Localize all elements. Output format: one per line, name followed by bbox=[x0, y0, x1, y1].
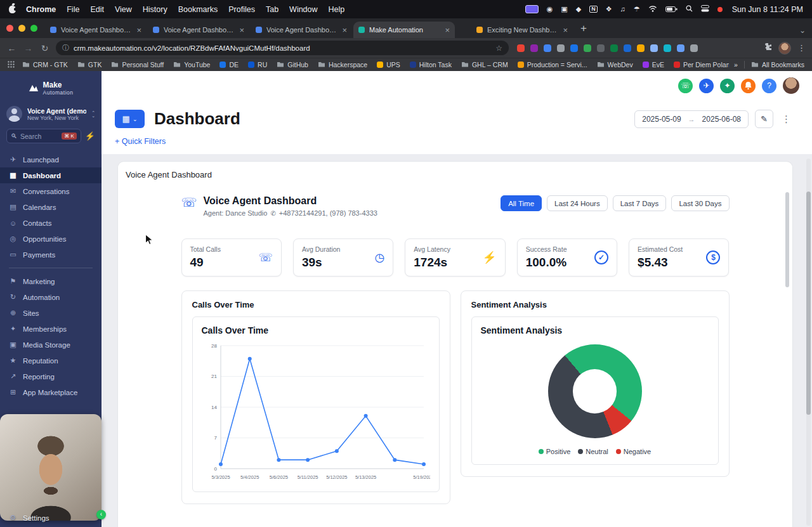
page-scrollbar[interactable] bbox=[806, 159, 811, 526]
quick-actions-bolt-icon[interactable]: ⚡ bbox=[85, 131, 95, 141]
sidebar-item-calendars[interactable]: ▤Calendars bbox=[0, 199, 102, 215]
rocket-icon[interactable]: ✈ bbox=[699, 79, 714, 93]
legend-neutral[interactable]: Neutral bbox=[578, 448, 608, 455]
sidebar-item-dashboard[interactable]: ▦Dashboard bbox=[0, 167, 102, 183]
page-scrollbar-thumb[interactable] bbox=[806, 192, 811, 415]
sidebar-item-launchpad[interactable]: ✈Launchpad bbox=[0, 152, 102, 167]
menubar-item-view[interactable]: View bbox=[115, 5, 132, 14]
menubar-item-bookmarks[interactable]: Bookmarks bbox=[178, 5, 218, 14]
window-status-icon[interactable]: ▣ bbox=[561, 6, 567, 13]
tab-close-icon[interactable]: × bbox=[563, 25, 568, 35]
menubar-clock[interactable]: Sun Jun 8 11:24 PM bbox=[732, 5, 803, 14]
bookmarks-overflow-icon[interactable]: » bbox=[734, 61, 738, 68]
menubar-item-window[interactable]: Window bbox=[289, 5, 317, 14]
bookmark-item[interactable]: YouTube bbox=[173, 61, 210, 68]
sidebar-item-sites[interactable]: ⊕Sites bbox=[0, 305, 102, 321]
account-switcher[interactable]: Voice Agent (demo) New York, New York ⌃⌄ bbox=[0, 101, 102, 124]
sidebar-item-app-marketplace[interactable]: ⊞App Marketplace bbox=[0, 384, 102, 400]
menubar-item-edit[interactable]: Edit bbox=[90, 5, 104, 14]
date-to-input[interactable]: 2025-06-08 bbox=[695, 115, 748, 124]
sidebar-item-contacts[interactable]: ☺Contacts bbox=[0, 215, 102, 231]
bookmark-item[interactable]: CRM - GTK bbox=[22, 61, 68, 68]
extension-icon[interactable] bbox=[570, 44, 578, 52]
bookmark-item[interactable]: Hilton Task bbox=[410, 61, 452, 68]
card-scrollbar[interactable] bbox=[785, 192, 789, 287]
edit-dashboard-button[interactable]: ✎ bbox=[755, 110, 773, 128]
tab-close-icon[interactable]: × bbox=[342, 25, 347, 35]
apps-grid-icon[interactable] bbox=[8, 61, 15, 69]
sidebar-item-automation[interactable]: ↻Automation bbox=[0, 289, 102, 305]
extensions-puzzle-icon[interactable] bbox=[763, 42, 772, 54]
new-tab-button[interactable]: + bbox=[580, 22, 587, 35]
reload-icon[interactable]: ↻ bbox=[39, 43, 50, 53]
time-filter-all-time[interactable]: All Time bbox=[501, 195, 542, 211]
spotlight-icon[interactable] bbox=[686, 5, 693, 14]
site-info-icon[interactable]: ⓘ bbox=[62, 43, 69, 53]
tab-close-icon[interactable]: × bbox=[136, 25, 141, 35]
bookmark-item[interactable]: Hackerspace bbox=[318, 61, 367, 68]
extension-icon[interactable] bbox=[664, 44, 671, 52]
all-bookmarks[interactable]: All Bookmarks bbox=[751, 61, 804, 68]
bookmark-item[interactable]: EvE bbox=[643, 61, 664, 68]
sidebar-item-payments[interactable]: ▭Payments bbox=[0, 247, 102, 263]
extension-icon[interactable] bbox=[690, 44, 698, 52]
bookmark-item[interactable]: Personal Stuff bbox=[111, 61, 164, 68]
active-app-name[interactable]: Chrome bbox=[26, 5, 56, 14]
help-icon[interactable]: ? bbox=[762, 79, 776, 93]
sidebar-item-reporting[interactable]: ↗Reporting bbox=[0, 368, 102, 384]
menubar-item-file[interactable]: File bbox=[67, 5, 79, 14]
quick-filters-link[interactable]: + Quick Filters bbox=[115, 129, 166, 154]
browser-profile-avatar[interactable] bbox=[778, 42, 791, 55]
apple-menu-icon[interactable] bbox=[9, 6, 16, 13]
browser-tab[interactable]: Voice Agent Dashboard - Pro× bbox=[251, 22, 352, 38]
extension-icon[interactable] bbox=[530, 44, 538, 52]
minimize-window-button[interactable] bbox=[18, 25, 25, 32]
sidebar-item-reputation[interactable]: ★Reputation bbox=[0, 353, 102, 368]
bookmark-star-icon[interactable]: ☆ bbox=[495, 44, 502, 53]
date-from-input[interactable]: 2025-05-09 bbox=[635, 115, 688, 124]
bookmark-item[interactable]: UPS bbox=[377, 61, 400, 68]
legend-negative[interactable]: Negative bbox=[616, 448, 651, 455]
dashboard-menu-icon[interactable]: ⋮ bbox=[780, 114, 793, 125]
user-avatar[interactable] bbox=[783, 77, 799, 94]
browser-tab[interactable]: Exciting New Dashboard for× bbox=[471, 22, 573, 38]
sidebar-item-settings[interactable]: ⚙ Settings bbox=[0, 514, 102, 522]
address-bar[interactable]: ⓘ crm.makeautomation.co/v2/location/RZBd… bbox=[56, 41, 509, 55]
sidebar-item-conversations[interactable]: ✉Conversations bbox=[0, 183, 102, 199]
back-icon[interactable]: ← bbox=[6, 43, 17, 53]
camera-status-icon[interactable]: ◉ bbox=[547, 6, 553, 13]
sidebar-item-opportunities[interactable]: ◎Opportunities bbox=[0, 231, 102, 247]
extension-icon[interactable] bbox=[544, 44, 551, 52]
tab-close-icon[interactable]: × bbox=[445, 25, 450, 35]
support-call-icon[interactable]: ☏ bbox=[678, 79, 693, 93]
sidebar-collapse-toggle[interactable]: ‹ bbox=[96, 510, 106, 519]
bookmark-item[interactable]: GitHub bbox=[277, 61, 308, 68]
sidebar-item-memberships[interactable]: ✦Memberships bbox=[0, 321, 102, 337]
bookmark-item[interactable]: Per Diem Poland bbox=[674, 61, 729, 68]
bookmark-item[interactable]: GTK bbox=[77, 61, 102, 68]
extension-icon[interactable] bbox=[557, 44, 565, 52]
bookmark-item[interactable]: DE bbox=[219, 61, 239, 68]
bookmark-item[interactable]: Production = Servi... bbox=[518, 61, 587, 68]
forward-icon[interactable]: → bbox=[23, 43, 34, 53]
tab-close-icon[interactable]: × bbox=[239, 25, 244, 35]
sidebar-item-marketing[interactable]: ⚑Marketing bbox=[0, 273, 102, 289]
academy-icon[interactable]: ✦ bbox=[720, 79, 735, 93]
legend-positive[interactable]: Positive bbox=[539, 448, 571, 455]
screen-sharing-icon[interactable] bbox=[525, 5, 539, 13]
menubar-item-history[interactable]: History bbox=[143, 5, 167, 14]
bookmark-item[interactable]: RU bbox=[248, 61, 267, 68]
wifi-icon[interactable] bbox=[648, 5, 657, 14]
time-filter-last-7-days[interactable]: Last 7 Days bbox=[613, 195, 667, 211]
extension-icon[interactable] bbox=[624, 44, 631, 52]
droplet-icon[interactable]: ◆ bbox=[576, 6, 581, 13]
tab-search-chevron-icon[interactable]: ⌄ bbox=[799, 26, 806, 35]
extension-icon[interactable] bbox=[517, 44, 525, 52]
extension-icon[interactable] bbox=[610, 44, 618, 52]
menubar-item-help[interactable]: Help bbox=[329, 5, 345, 14]
bookmark-item[interactable]: WebDev bbox=[597, 61, 633, 68]
extension-icon[interactable] bbox=[597, 44, 605, 52]
browser-menu-icon[interactable]: ⋮ bbox=[797, 43, 806, 53]
extension-icon[interactable] bbox=[677, 44, 684, 52]
close-window-button[interactable] bbox=[6, 25, 13, 32]
